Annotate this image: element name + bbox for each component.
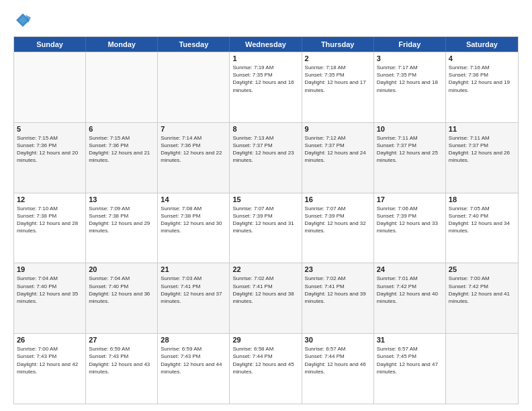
day-info: Sunrise: 7:11 AM Sunset: 7:37 PM Dayligh… bbox=[449, 134, 515, 165]
day-cell-13: 13Sunrise: 7:09 AM Sunset: 7:38 PM Dayli… bbox=[86, 193, 158, 263]
day-cell-31: 31Sunrise: 6:57 AM Sunset: 7:45 PM Dayli… bbox=[374, 334, 446, 404]
day-cell-25: 25Sunrise: 7:00 AM Sunset: 7:42 PM Dayli… bbox=[446, 263, 518, 333]
day-number: 30 bbox=[305, 336, 371, 344]
header-day-thursday: Thursday bbox=[302, 37, 374, 52]
day-cell-23: 23Sunrise: 7:02 AM Sunset: 7:41 PM Dayli… bbox=[302, 263, 374, 333]
day-info: Sunrise: 7:01 AM Sunset: 7:42 PM Dayligh… bbox=[377, 275, 443, 305]
header-day-sunday: Sunday bbox=[14, 37, 86, 52]
day-number: 17 bbox=[377, 195, 443, 203]
day-cell-27: 27Sunrise: 6:59 AM Sunset: 7:43 PM Dayli… bbox=[86, 334, 158, 404]
day-number: 8 bbox=[232, 125, 298, 133]
day-info: Sunrise: 7:18 AM Sunset: 7:35 PM Dayligh… bbox=[305, 64, 371, 94]
day-number: 24 bbox=[377, 265, 443, 273]
calendar-row-3: 19Sunrise: 7:04 AM Sunset: 7:40 PM Dayli… bbox=[14, 263, 518, 333]
page: SundayMondayTuesdayWednesdayThursdayFrid… bbox=[0, 0, 532, 411]
day-cell-16: 16Sunrise: 7:07 AM Sunset: 7:39 PM Dayli… bbox=[302, 193, 374, 263]
calendar-body: 1Sunrise: 7:19 AM Sunset: 7:35 PM Daylig… bbox=[14, 52, 518, 404]
logo bbox=[13, 11, 35, 30]
day-number: 26 bbox=[17, 336, 83, 344]
day-cell-12: 12Sunrise: 7:10 AM Sunset: 7:38 PM Dayli… bbox=[14, 193, 86, 263]
day-info: Sunrise: 6:58 AM Sunset: 7:44 PM Dayligh… bbox=[232, 345, 298, 375]
day-cell-29: 29Sunrise: 6:58 AM Sunset: 7:44 PM Dayli… bbox=[230, 334, 302, 404]
day-info: Sunrise: 7:04 AM Sunset: 7:40 PM Dayligh… bbox=[17, 275, 83, 305]
day-number: 14 bbox=[161, 195, 226, 203]
day-cell-14: 14Sunrise: 7:08 AM Sunset: 7:38 PM Dayli… bbox=[158, 193, 230, 263]
day-cell-10: 10Sunrise: 7:11 AM Sunset: 7:37 PM Dayli… bbox=[374, 123, 446, 193]
day-info: Sunrise: 7:15 AM Sunset: 7:36 PM Dayligh… bbox=[89, 134, 154, 165]
day-number: 19 bbox=[17, 265, 83, 273]
day-number: 21 bbox=[161, 265, 226, 273]
day-number: 4 bbox=[449, 54, 515, 62]
day-cell-26: 26Sunrise: 7:00 AM Sunset: 7:43 PM Dayli… bbox=[14, 334, 86, 404]
day-info: Sunrise: 6:59 AM Sunset: 7:43 PM Dayligh… bbox=[89, 345, 154, 375]
calendar-row-4: 26Sunrise: 7:00 AM Sunset: 7:43 PM Dayli… bbox=[14, 333, 518, 404]
header-day-saturday: Saturday bbox=[446, 37, 518, 52]
day-cell-4: 4Sunrise: 7:16 AM Sunset: 7:36 PM Daylig… bbox=[446, 52, 518, 122]
day-info: Sunrise: 7:02 AM Sunset: 7:41 PM Dayligh… bbox=[305, 275, 371, 305]
day-info: Sunrise: 7:09 AM Sunset: 7:38 PM Dayligh… bbox=[89, 205, 154, 235]
day-info: Sunrise: 7:06 AM Sunset: 7:39 PM Dayligh… bbox=[377, 205, 443, 235]
day-cell-24: 24Sunrise: 7:01 AM Sunset: 7:42 PM Dayli… bbox=[374, 263, 446, 333]
day-info: Sunrise: 7:08 AM Sunset: 7:38 PM Dayligh… bbox=[161, 205, 226, 235]
day-number: 20 bbox=[89, 265, 154, 273]
calendar-row-2: 12Sunrise: 7:10 AM Sunset: 7:38 PM Dayli… bbox=[14, 193, 518, 263]
day-number: 10 bbox=[377, 125, 443, 133]
day-info: Sunrise: 7:04 AM Sunset: 7:40 PM Dayligh… bbox=[89, 275, 154, 305]
day-number: 23 bbox=[305, 265, 371, 273]
header-day-tuesday: Tuesday bbox=[158, 37, 230, 52]
day-cell-5: 5Sunrise: 7:15 AM Sunset: 7:36 PM Daylig… bbox=[14, 123, 86, 193]
day-info: Sunrise: 7:05 AM Sunset: 7:40 PM Dayligh… bbox=[449, 205, 515, 235]
logo-icon bbox=[13, 11, 32, 30]
day-number: 5 bbox=[17, 125, 83, 133]
day-info: Sunrise: 7:07 AM Sunset: 7:39 PM Dayligh… bbox=[232, 205, 298, 235]
day-number: 28 bbox=[161, 336, 226, 344]
day-info: Sunrise: 7:12 AM Sunset: 7:37 PM Dayligh… bbox=[305, 134, 371, 165]
day-number: 13 bbox=[89, 195, 154, 203]
day-cell-11: 11Sunrise: 7:11 AM Sunset: 7:37 PM Dayli… bbox=[446, 123, 518, 193]
calendar-row-0: 1Sunrise: 7:19 AM Sunset: 7:35 PM Daylig… bbox=[14, 52, 518, 122]
day-info: Sunrise: 7:13 AM Sunset: 7:37 PM Dayligh… bbox=[232, 134, 298, 165]
day-info: Sunrise: 7:11 AM Sunset: 7:37 PM Dayligh… bbox=[377, 134, 443, 165]
header-day-monday: Monday bbox=[86, 37, 158, 52]
day-info: Sunrise: 6:57 AM Sunset: 7:44 PM Dayligh… bbox=[305, 345, 371, 375]
day-number: 29 bbox=[232, 336, 298, 344]
day-cell-21: 21Sunrise: 7:03 AM Sunset: 7:41 PM Dayli… bbox=[158, 263, 230, 333]
day-cell-1: 1Sunrise: 7:19 AM Sunset: 7:35 PM Daylig… bbox=[230, 52, 302, 122]
day-number: 27 bbox=[89, 336, 154, 344]
header-day-wednesday: Wednesday bbox=[230, 37, 302, 52]
header bbox=[13, 11, 519, 30]
day-info: Sunrise: 7:14 AM Sunset: 7:36 PM Dayligh… bbox=[161, 134, 226, 165]
day-number: 1 bbox=[232, 54, 298, 62]
day-cell-28: 28Sunrise: 6:59 AM Sunset: 7:43 PM Dayli… bbox=[158, 334, 230, 404]
day-info: Sunrise: 6:57 AM Sunset: 7:45 PM Dayligh… bbox=[377, 345, 443, 375]
day-number: 3 bbox=[377, 54, 443, 62]
day-info: Sunrise: 7:00 AM Sunset: 7:42 PM Dayligh… bbox=[449, 275, 515, 305]
day-info: Sunrise: 7:07 AM Sunset: 7:39 PM Dayligh… bbox=[305, 205, 371, 235]
empty-cell-0-1 bbox=[86, 52, 158, 122]
day-cell-2: 2Sunrise: 7:18 AM Sunset: 7:35 PM Daylig… bbox=[302, 52, 374, 122]
day-cell-6: 6Sunrise: 7:15 AM Sunset: 7:36 PM Daylig… bbox=[86, 123, 158, 193]
day-cell-7: 7Sunrise: 7:14 AM Sunset: 7:36 PM Daylig… bbox=[158, 123, 230, 193]
day-cell-17: 17Sunrise: 7:06 AM Sunset: 7:39 PM Dayli… bbox=[374, 193, 446, 263]
day-info: Sunrise: 7:00 AM Sunset: 7:43 PM Dayligh… bbox=[17, 345, 83, 375]
day-info: Sunrise: 7:17 AM Sunset: 7:35 PM Dayligh… bbox=[377, 64, 443, 94]
day-number: 12 bbox=[17, 195, 83, 203]
day-number: 11 bbox=[449, 125, 515, 133]
calendar-row-1: 5Sunrise: 7:15 AM Sunset: 7:36 PM Daylig… bbox=[14, 122, 518, 193]
day-info: Sunrise: 7:03 AM Sunset: 7:41 PM Dayligh… bbox=[161, 275, 226, 305]
day-number: 15 bbox=[232, 195, 298, 203]
empty-cell-4-6 bbox=[446, 334, 518, 404]
day-info: Sunrise: 7:16 AM Sunset: 7:36 PM Dayligh… bbox=[449, 64, 515, 94]
header-day-friday: Friday bbox=[374, 37, 446, 52]
calendar: SundayMondayTuesdayWednesdayThursdayFrid… bbox=[13, 36, 519, 404]
day-cell-18: 18Sunrise: 7:05 AM Sunset: 7:40 PM Dayli… bbox=[446, 193, 518, 263]
calendar-header: SundayMondayTuesdayWednesdayThursdayFrid… bbox=[14, 37, 518, 52]
day-number: 7 bbox=[161, 125, 226, 133]
day-info: Sunrise: 6:59 AM Sunset: 7:43 PM Dayligh… bbox=[161, 345, 226, 375]
day-cell-8: 8Sunrise: 7:13 AM Sunset: 7:37 PM Daylig… bbox=[230, 123, 302, 193]
day-number: 16 bbox=[305, 195, 371, 203]
day-cell-19: 19Sunrise: 7:04 AM Sunset: 7:40 PM Dayli… bbox=[14, 263, 86, 333]
day-cell-3: 3Sunrise: 7:17 AM Sunset: 7:35 PM Daylig… bbox=[374, 52, 446, 122]
empty-cell-0-2 bbox=[158, 52, 230, 122]
day-number: 22 bbox=[232, 265, 298, 273]
